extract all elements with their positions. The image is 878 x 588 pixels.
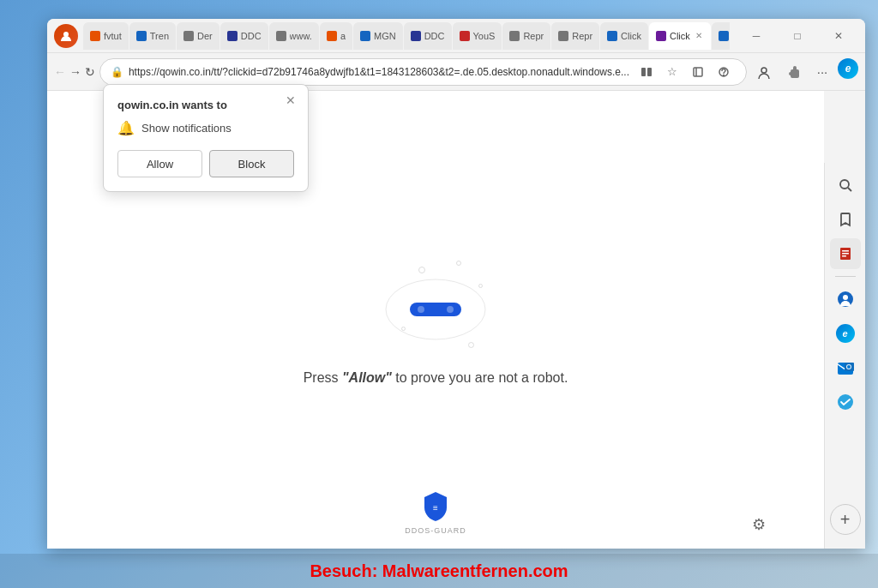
tab-favicon-3 (183, 31, 194, 41)
deco-dot-5 (478, 284, 483, 288)
svg-rect-16 (842, 250, 849, 252)
popup-permission: 🔔 Show notifications (117, 120, 294, 136)
captcha-prefix: Press (304, 370, 342, 385)
svg-point-25 (838, 394, 853, 410)
tab-9[interactable]: YouS (453, 22, 502, 50)
svg-rect-2 (647, 68, 652, 76)
tab-7[interactable]: MGN (353, 22, 403, 50)
robot-illustration (367, 254, 504, 357)
tab-5[interactable]: www. (269, 22, 319, 50)
popup-permission-text: Show notifications (141, 122, 232, 135)
tab-6[interactable]: a (320, 22, 352, 50)
svg-rect-1 (641, 68, 646, 76)
toolbar-icons: ··· e (750, 58, 858, 86)
tab-12[interactable]: Click (600, 22, 648, 50)
minimize-button[interactable]: ─ (737, 23, 776, 49)
tab-favicon-2 (136, 31, 147, 41)
refresh-button[interactable]: ↻ (85, 58, 96, 86)
ddos-footer: ≡ DDOS-GUARD (405, 490, 466, 535)
tab-favicon-11 (558, 31, 568, 41)
tab-label-12: Click (621, 31, 641, 41)
allow-button[interactable]: Allow (117, 150, 202, 177)
close-button[interactable]: ✕ (819, 23, 858, 49)
reading-view-icon[interactable] (634, 60, 658, 84)
ddos-shield-icon: ≡ (422, 490, 449, 523)
tab-8[interactable]: DDC (404, 22, 452, 50)
watermark-text: Besuch: Malwareentfernen.com (310, 561, 568, 581)
title-bar: fvtut Tren Der DDC www. a (47, 19, 865, 53)
sidebar-history-button[interactable] (830, 238, 861, 269)
tab-close-13[interactable]: ✕ (694, 30, 704, 41)
tab-favicon-14 (719, 31, 729, 41)
tab-2[interactable]: Tren (129, 22, 176, 50)
notification-popup: ✕ qowin.co.in wants to 🔔 Show notificati… (103, 84, 309, 192)
tab-label-3: Der (197, 31, 213, 41)
svg-line-14 (848, 188, 851, 191)
tab-1[interactable]: fvtut (83, 22, 129, 50)
window-controls: ─ □ ✕ (737, 23, 858, 49)
tab-favicon-1 (90, 31, 100, 41)
tab-label-11: Repr (572, 31, 592, 41)
address-bar[interactable]: 🔒 https://qowin.co.in/tt/?clickid=d72b91… (99, 58, 747, 86)
more-menu-icon[interactable]: ··· (809, 58, 836, 86)
sidebar-bookmark-button[interactable] (830, 204, 861, 235)
tab-favicon-13 (656, 31, 666, 41)
sidebar-outlook-button[interactable] (830, 352, 861, 383)
tab-favicon-9 (460, 31, 470, 41)
tab-13-active[interactable]: Click ✕ (649, 22, 711, 50)
sidebar-add-button[interactable]: + (830, 504, 861, 535)
profile-icon[interactable] (54, 24, 78, 48)
favorites-icon[interactable]: ☆ (660, 60, 684, 84)
tab-favicon-6 (327, 31, 337, 41)
extensions-icon[interactable] (779, 58, 807, 86)
sidebar-search-button[interactable] (830, 170, 861, 201)
tab-label-5: www. (290, 31, 312, 41)
block-button[interactable]: Block (209, 150, 294, 177)
captcha-message: Press "Allow" to prove you are not a rob… (304, 370, 568, 386)
edge-copilot-icon[interactable]: e (838, 58, 858, 79)
tab-4[interactable]: DDC (220, 22, 268, 50)
tab-favicon-4 (227, 31, 238, 41)
bell-icon: 🔔 (117, 120, 135, 136)
sidebar-edge-button[interactable]: e (830, 318, 861, 349)
tab-favicon-8 (411, 31, 421, 41)
popup-close-button[interactable]: ✕ (282, 92, 299, 109)
svg-point-11 (447, 306, 454, 313)
deco-dot-1 (418, 267, 425, 273)
sidebar-telegram-button[interactable] (830, 387, 861, 417)
svg-point-24 (847, 365, 851, 369)
tab-11[interactable]: Repr (551, 22, 599, 50)
tab-14[interactable]: Click (712, 22, 730, 50)
svg-point-7 (761, 68, 767, 73)
tabs-area: fvtut Tren Der DDC www. a (83, 22, 730, 50)
settings-gear-button[interactable]: ⚙ (745, 511, 773, 538)
svg-point-10 (418, 306, 424, 313)
svg-point-13 (840, 180, 849, 189)
maximize-button[interactable]: □ (778, 23, 817, 49)
tab-favicon-5 (276, 31, 286, 41)
svg-rect-3 (694, 68, 702, 76)
feedback-icon[interactable] (712, 60, 736, 84)
lock-icon: 🔒 (111, 66, 123, 78)
forward-button[interactable]: → (69, 58, 81, 86)
deco-dot-4 (468, 342, 474, 348)
popup-title: qowin.co.in wants to (117, 99, 294, 111)
tab-10[interactable]: Repr (502, 22, 550, 50)
tab-3[interactable]: Der (177, 22, 220, 50)
sidebar-right: e + (824, 163, 865, 549)
tab-favicon-7 (360, 31, 370, 41)
svg-rect-17 (842, 253, 849, 255)
svg-point-20 (843, 295, 848, 300)
collections-icon[interactable] (686, 60, 710, 84)
tab-label-13: Click (670, 31, 690, 41)
sidebar-profile-button[interactable] (830, 284, 861, 315)
profile-toolbar-icon[interactable] (750, 58, 778, 86)
tab-label-6: a (340, 31, 346, 41)
back-button[interactable]: ← (54, 58, 66, 86)
svg-point-6 (724, 75, 725, 75)
popup-buttons: Allow Block (117, 150, 294, 177)
tab-favicon-10 (509, 31, 520, 41)
robot-svg (380, 267, 491, 344)
watermark: Besuch: Malwareentfernen.com (0, 554, 878, 588)
tab-label-1: fvtut (104, 31, 122, 41)
